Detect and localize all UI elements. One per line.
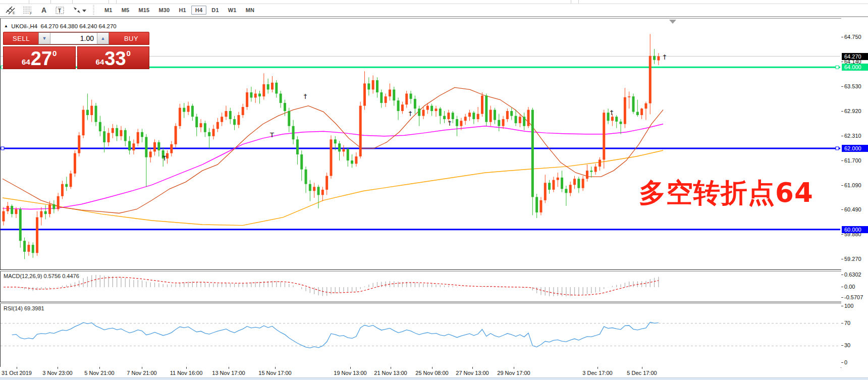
price-axis[interactable]: 64.75064.14063.53062.92062.31061.70061.0… [841,18,868,377]
candle-body [456,119,458,126]
candle-body [490,110,492,122]
chart-object-marker[interactable]: † [448,119,452,127]
candle-body [305,170,307,184]
buy-button[interactable]: BUY [114,35,149,42]
time-tick [17,367,17,369]
fibonacci-icon[interactable]: F [21,5,34,16]
line-handle[interactable] [1,147,4,150]
candle-body [19,209,22,241]
chart-object-marker[interactable]: † [409,110,412,117]
chart-object-marker[interactable]: † [610,108,614,116]
candle-body [229,111,232,119]
time-tick [229,367,229,369]
candle-body [539,200,542,212]
candle-body [443,116,446,119]
tab-w1[interactable]: W1 [224,6,241,15]
chart-object-marker[interactable]: T [162,154,167,162]
chart-object-marker[interactable]: † [663,53,667,61]
candle-body [653,56,656,60]
chart-shift-marker-icon[interactable] [669,20,676,24]
chart-toolbar: E F A T M1M [0,4,868,17]
time-tick [186,367,187,369]
collapse-arrow-icon[interactable]: ▲ [4,24,8,28]
price-tick: 62.310 [841,133,868,139]
candle-body [326,176,328,190]
line-handle[interactable] [836,66,839,69]
candle-body [132,143,135,150]
candle-body [292,126,295,140]
chart-object-marker[interactable]: † [304,92,307,100]
tab-mn[interactable]: MN [242,6,259,15]
candle-body [296,139,299,154]
ask-quote-panel[interactable]: 64 33 0 [77,46,150,69]
candle-body [422,110,425,116]
svg-text:E: E [13,11,15,15]
tab-d1[interactable]: D1 [207,6,223,15]
candle-body [498,120,500,126]
tab-h4[interactable]: H4 [191,6,206,15]
time-tick [598,367,598,369]
candle-body [393,89,395,100]
sell-button[interactable]: SELL [4,35,39,42]
moving-average [3,150,663,226]
time-label: 27 Nov 13:00 [456,370,489,376]
candle-body [363,83,366,105]
equidistant-channel-icon[interactable]: E [4,5,17,16]
candle-body [611,117,614,121]
candle-body [481,95,483,114]
candle-body [510,111,513,116]
price-badge: 60.000 [842,226,868,233]
bid-quote-panel[interactable]: 64 27 0 [3,46,76,69]
candle-body [624,97,626,124]
candle-body [271,83,274,90]
candle-body [57,196,60,209]
volume-decrease-button[interactable]: ▼ [39,33,50,44]
price-tick: 62.920 [841,108,868,114]
candle-body [485,95,487,122]
time-axis[interactable]: 31 Oct 20193 Nov 23:005 Nov 21:007 Nov 2… [0,367,841,377]
arrows-icon[interactable] [71,5,88,16]
candle-body [267,84,269,89]
tab-m1[interactable]: M1 [100,6,117,15]
toolbar-separator [571,0,571,4]
candle-body [11,206,13,214]
candle-body [141,132,143,137]
text-label-icon[interactable]: A [37,5,50,16]
tab-h1[interactable]: H1 [175,6,190,15]
mt4-window: E F A T M1M [0,0,868,380]
text-box-icon[interactable]: T [53,5,67,16]
candle-body [338,143,341,151]
candle-body [216,122,219,129]
candle-body [107,133,110,142]
chart-annotation-text: 多空转折点64 [639,175,813,211]
macd-panel[interactable]: MACD(12,26,9) 0.5756 0.4476 [0,271,842,302]
candle-body [258,93,261,96]
candle-body [552,180,555,190]
line-handle[interactable] [836,147,839,150]
tab-m15[interactable]: M15 [134,6,153,15]
candle-body [599,159,601,167]
volume-increase-button[interactable]: ▲ [97,33,108,44]
volume-input[interactable]: 1.00 [50,33,97,44]
symbol-label: UKOil-,H4 [11,23,37,29]
rsi-panel[interactable]: RSI(14) 69.3981 [0,303,842,368]
candle-body [82,110,85,136]
toolbar-grip[interactable] [93,5,94,15]
candle-body [426,106,429,110]
ask-big-digits: 33 [104,50,126,67]
candle-body [452,113,454,119]
tab-m30[interactable]: M30 [154,6,174,15]
candle-body [124,130,127,141]
candle-body [435,108,437,111]
candle-body [149,151,152,157]
candle-body [410,93,412,98]
candle-body [367,83,370,89]
candle-body [380,92,383,103]
candle-body [632,96,635,112]
candle-body [401,104,404,111]
candle-body [313,187,315,191]
bid-pip-digit: 0 [52,49,57,57]
chart-object-marker[interactable]: T [269,131,274,139]
tab-m5[interactable]: M5 [118,6,134,15]
candle-body [527,110,530,126]
